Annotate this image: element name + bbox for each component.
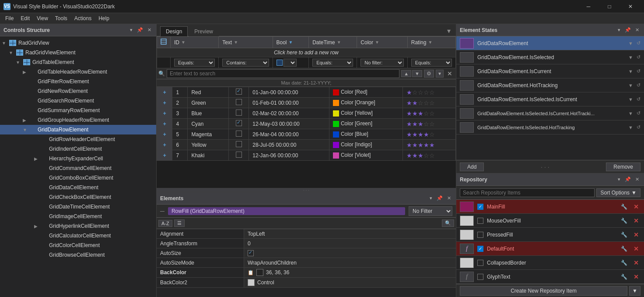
th-datetime[interactable]: DateTime ▼ — [309, 37, 357, 48]
tree-item-gridcombocell[interactable]: GridComboBoxCellElement — [0, 173, 156, 183]
menu-tools[interactable]: Tools — [52, 14, 71, 22]
tree-item-gridsearchrow[interactable]: GridSearchRowElement — [0, 96, 156, 106]
tree-item-gridcalculatorcell[interactable]: GridCalculatorCellElement — [0, 231, 156, 240]
repo-checkbox-collapsedborder[interactable] — [477, 260, 483, 266]
repo-delete-pressedfill[interactable]: ✕ — [632, 230, 640, 239]
tree-item-radgridview[interactable]: ▼ RadGridView — [0, 38, 156, 48]
tree-item-gridcolorcell[interactable]: GridColorCellElement — [0, 240, 156, 250]
tree-item-griddatacell[interactable]: GridDataCellElement — [0, 183, 156, 192]
filter-datetime-select[interactable]: Equals: — [312, 59, 353, 67]
elements-az-btn[interactable]: A-Z — [158, 220, 172, 227]
tree-item-gridnewrow[interactable]: GridNewRowElement — [0, 86, 156, 96]
repo-pin-btn[interactable]: 📌 — [623, 176, 632, 183]
data-grid[interactable]: ID ▼ Text ▼ Bool ▼ DateTime ▼ Color ▼ Ra… — [157, 36, 456, 188]
repo-wrench-mainfill[interactable]: 🔧 — [620, 203, 628, 211]
repo-delete-mainfill[interactable]: ✕ — [632, 202, 640, 211]
add-plus[interactable]: + — [163, 121, 166, 127]
add-plus[interactable]: + — [163, 152, 166, 159]
menu-edit[interactable]: Edit — [17, 14, 33, 22]
state-arrow-7[interactable]: ▼ — [628, 125, 633, 130]
checkbox-2[interactable] — [236, 99, 242, 105]
repo-item-defaultfont[interactable]: f DefaultFont 🔧 ✕ — [456, 242, 644, 256]
tree-item-hierarchyexpander[interactable]: ▶ HierarchyExpanderCell — [0, 154, 156, 163]
tree-item-griddatetimecell[interactable]: GridDateTimeCellElement — [0, 202, 156, 212]
sort-options-btn[interactable]: Sort Options ▼ — [596, 188, 640, 197]
state-refresh-1[interactable]: ↺ — [637, 40, 640, 46]
repo-item-collapsedborder[interactable]: CollapsedBorder 🔧 ✕ — [456, 256, 644, 270]
elements-search-btn[interactable]: 🔍 — [442, 219, 454, 227]
maximize-button[interactable]: □ — [599, 0, 620, 13]
panel-close-btn[interactable]: ✕ — [146, 27, 153, 33]
panel-pin-btn[interactable]: 📌 — [136, 27, 144, 33]
tree-item-gridhyperlinkcell[interactable]: ▶ GridHyperlinkCellElement — [0, 221, 156, 231]
checkbox-7[interactable] — [236, 152, 242, 158]
state-refresh-7[interactable]: ↺ — [637, 124, 640, 130]
state-item-hottracking[interactable]: GridDataRowElement.HotTracking ▼ ↺ — [456, 78, 644, 92]
add-plus[interactable]: + — [163, 110, 166, 117]
search-options-btn[interactable]: ▾ — [436, 70, 444, 78]
repo-dropdown-btn[interactable]: ▾ — [616, 176, 622, 183]
backcolor-swatch[interactable] — [256, 269, 263, 276]
add-plus[interactable]: + — [163, 89, 166, 95]
state-refresh-4[interactable]: ↺ — [637, 82, 640, 88]
repo-delete-defaultfont[interactable]: ✕ — [632, 244, 640, 253]
repo-checkbox-mainfill[interactable] — [477, 204, 483, 210]
search-next-btn[interactable]: ▼ — [412, 70, 422, 77]
table-row[interactable]: + 2 Green 01-Feb-01 00:00:00 Color [Oran… — [157, 98, 456, 108]
repo-item-pressedfill[interactable]: PressedFill 🔧 ✕ — [456, 228, 644, 242]
search-prev-btn[interactable]: ▲ — [401, 70, 411, 77]
filter-text[interactable]: Contains: — [219, 57, 273, 68]
tree-item-gridcheckboxcell[interactable]: GridCheckBoxCellElement — [0, 192, 156, 202]
search-gear-btn[interactable]: ⚙ — [424, 70, 434, 78]
filter-datetime[interactable]: Equals: — [309, 57, 357, 68]
element-states-dropdown-btn[interactable]: ▾ — [616, 27, 622, 33]
filter-text-select[interactable]: Contains: — [222, 59, 269, 67]
state-refresh-6[interactable]: ↺ — [637, 110, 640, 116]
add-plus[interactable]: + — [163, 100, 166, 106]
checkbox-5[interactable] — [236, 131, 242, 137]
element-states-pin-btn[interactable]: 📌 — [623, 27, 632, 33]
th-bool[interactable]: Bool ▼ — [273, 37, 309, 48]
th-color[interactable]: Color ▼ — [357, 37, 407, 48]
elements-close-btn[interactable]: ✕ — [446, 195, 452, 202]
state-arrow-2[interactable]: ▼ — [628, 55, 633, 60]
state-refresh-5[interactable]: ↺ — [637, 96, 640, 102]
tab-funnel-icon[interactable]: ▾ — [445, 26, 452, 36]
tree-item-griddatarow[interactable]: ▼ GridDataRowElement — [0, 125, 156, 134]
menu-actions[interactable]: Actions — [71, 14, 95, 22]
state-arrow-3[interactable]: ▼ — [628, 69, 633, 74]
tree-item-gridbrowsecell[interactable]: GridBrowseCellElement — [0, 250, 156, 260]
checkbox-4[interactable] — [236, 120, 242, 126]
copy-icon[interactable]: 📋 — [248, 270, 254, 276]
state-item-isselected-iscurrent-hottrack[interactable]: GridDataRowElement.IsSelected.IsCurrent.… — [456, 106, 644, 120]
tree-item-gridindentcell[interactable]: GridIndentCellElement — [0, 144, 156, 154]
tree-item-gridgroupheader[interactable]: ▶ GridGroupHeaderRowElement — [0, 115, 156, 125]
filter-color-select[interactable]: No filter: — [360, 59, 403, 67]
table-row[interactable]: + 7 Khaki 12-Jan-06 00:00:00 Color [Viol… — [157, 150, 456, 161]
state-refresh-2[interactable]: ↺ — [637, 54, 640, 60]
checkbox-3[interactable] — [236, 110, 242, 116]
tree-item-gridimagecell[interactable]: GridImageCellElement — [0, 212, 156, 221]
tree-item-gridsummaryrow[interactable]: GridSummaryRowElement — [0, 106, 156, 115]
element-states-close-btn[interactable]: ✕ — [634, 27, 640, 33]
repo-checkbox-mouseoverfill[interactable] — [477, 218, 483, 224]
repo-item-mainfill[interactable]: MainFill 🔧 ✕ — [456, 200, 644, 214]
states-remove-btn[interactable]: Remove — [606, 163, 640, 171]
repo-wrench-glyphtext[interactable]: 🔧 — [620, 273, 628, 281]
filter-color[interactable]: No filter: — [357, 57, 407, 68]
repo-wrench-defaultfont[interactable]: 🔧 — [620, 245, 628, 253]
filter-bool[interactable] — [273, 57, 309, 68]
repo-search-input[interactable] — [460, 188, 595, 197]
grid-add-row[interactable]: Click here to add a new row — [157, 48, 456, 57]
tab-design[interactable]: Design — [160, 26, 188, 36]
repo-checkbox-defaultfont[interactable] — [477, 246, 483, 252]
state-item-isselected-iscurrent[interactable]: GridDataRowElement.IsSelected.IsCurrent … — [456, 92, 644, 106]
grid-elements-divider[interactable]: · · · — [157, 188, 456, 192]
repo-wrench-pressedfill[interactable]: 🔧 — [620, 231, 628, 239]
state-item-griddatarowelement[interactable]: GridDataRowElement ▼ ↺ — [456, 36, 644, 50]
state-item-iscurrent[interactable]: GridDataRowElement.IsCurrent ▼ ↺ — [456, 64, 644, 78]
filter-rating[interactable]: Equals: — [407, 57, 455, 68]
elements-list-btn[interactable]: ☰ — [174, 219, 185, 227]
autosize-checkbox[interactable] — [248, 250, 254, 256]
grid-search-input[interactable] — [167, 69, 399, 78]
